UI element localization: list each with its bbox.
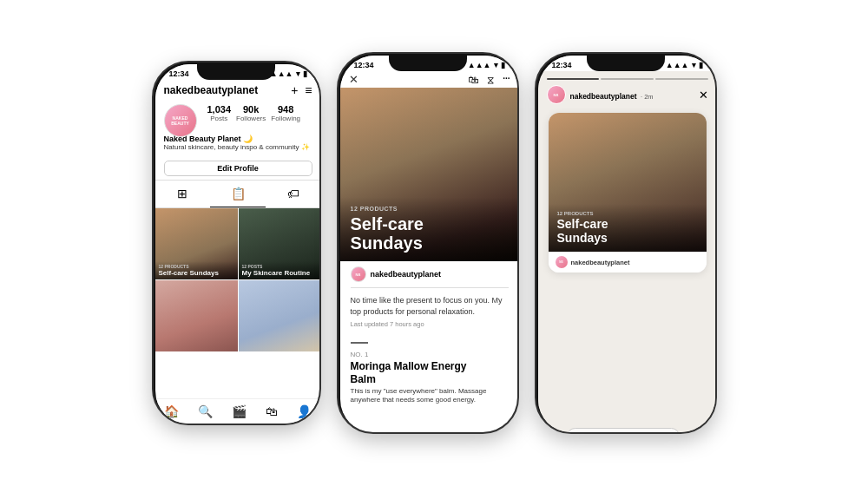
phone-profile: 12:34 ▲▲▲ ▾ ▮ nakedbeautyplanet + ≡ bbox=[152, 61, 321, 425]
time-1: 12:34 bbox=[169, 69, 189, 78]
guide-description: No time like the present to focus on you… bbox=[340, 288, 519, 335]
add-icon[interactable]: + bbox=[291, 83, 298, 97]
guide-badge: 12 PRODUCTS bbox=[351, 206, 509, 212]
story-message-input[interactable]: Send message bbox=[567, 428, 681, 434]
notch-2 bbox=[389, 54, 467, 71]
story-card-author: NB nakedbeautyplanet bbox=[549, 252, 707, 273]
tab-tagged[interactable]: 🏷 bbox=[266, 181, 321, 207]
status-icons-2: ▲▲▲ ▾ ▮ bbox=[468, 61, 505, 69]
grid-cell-4[interactable] bbox=[239, 280, 321, 351]
guide-author-name: nakedbeautyplanet bbox=[371, 270, 442, 279]
profile-top-icons: + ≡ bbox=[291, 83, 312, 97]
wifi-icon: ▾ bbox=[296, 69, 300, 78]
battery-icon: ▮ bbox=[303, 69, 307, 78]
edit-profile-button[interactable]: Edit Profile bbox=[164, 161, 312, 176]
story-card-overlay: 12 PRODUCTS Self-careSundays bbox=[549, 204, 707, 252]
nav-search[interactable]: 🔍 bbox=[198, 404, 213, 418]
guide-avatar[interactable]: NB bbox=[351, 266, 366, 282]
status-icons-3: ▲▲▲ ▾ ▮ bbox=[666, 61, 703, 69]
tab-grid[interactable]: ⊞ bbox=[155, 181, 211, 207]
story-close-button[interactable]: ✕ bbox=[699, 89, 708, 102]
grid-cell-1[interactable]: 12 PRODUCTS Self-care Sundays bbox=[155, 208, 238, 279]
guide-product-desc: This is my "use everywhere" balm. Massag… bbox=[351, 387, 509, 405]
grid-cell-2[interactable]: 12 POSTS My Skincare Routine bbox=[239, 208, 321, 279]
guide-more-icon[interactable]: ··· bbox=[503, 74, 510, 86]
menu-icon[interactable]: ≡ bbox=[305, 83, 312, 97]
guide-title: Self-careSundays bbox=[351, 214, 509, 253]
wifi-icon-3: ▾ bbox=[692, 61, 696, 69]
guide-hero-overlay: 12 PRODUCTS Self-careSundays bbox=[340, 197, 519, 261]
grid-overlay-1: 12 PRODUCTS Self-care Sundays bbox=[155, 261, 238, 280]
notch bbox=[197, 62, 275, 80]
battery-icon-3: ▮ bbox=[699, 61, 703, 69]
story-card[interactable]: 12 PRODUCTS Self-careSundays NB nakedbea… bbox=[549, 113, 707, 273]
battery-icon-2: ▮ bbox=[501, 61, 505, 69]
stat-following[interactable]: 948 Following bbox=[271, 104, 300, 122]
guide-product-number: NO. 1 bbox=[351, 351, 509, 358]
bottom-nav: 🏠 🔍 🎬 🛍 👤 bbox=[155, 398, 321, 424]
story-header: NB nakedbeautyplanet · 2m ✕ bbox=[538, 83, 717, 109]
profile-tabs: ⊞ 📋 🏷 bbox=[155, 180, 321, 208]
notch-3 bbox=[587, 54, 665, 71]
nav-profile[interactable]: 👤 bbox=[297, 404, 312, 418]
wifi-icon-2: ▾ bbox=[494, 61, 498, 69]
story-card-image: 12 PRODUCTS Self-careSundays bbox=[549, 113, 707, 252]
guide-updated: Last updated 7 hours ago bbox=[351, 320, 509, 328]
story-card-title: Self-careSundays bbox=[557, 218, 698, 245]
guide-author: NB nakedbeautyplanet bbox=[340, 261, 519, 287]
tab-guide[interactable]: 📋 bbox=[210, 181, 266, 207]
profile-info: Naked Beauty Planet 🌙 Natural skincare, … bbox=[155, 135, 321, 157]
guide-hero: 12 PRODUCTS Self-careSundays bbox=[340, 88, 519, 261]
guide-top-bar: ✕ 🛍 ⧖ ··· bbox=[340, 71, 519, 88]
story-user-details: nakedbeautyplanet · 2m bbox=[570, 87, 654, 102]
story-user-info[interactable]: NB nakedbeautyplanet · 2m bbox=[547, 85, 654, 104]
progress-bar-1 bbox=[547, 78, 600, 80]
profile-bio: Natural skincare, beauty inspo & communi… bbox=[164, 143, 312, 152]
signal-icon-3: ▲▲▲ bbox=[666, 61, 689, 69]
story-time-ago: 2m bbox=[644, 93, 653, 101]
signal-icon-2: ▲▲▲ bbox=[468, 61, 491, 69]
profile-username: nakedbeautyplanet bbox=[164, 84, 259, 96]
phone-story: 12:34 ▲▲▲ ▾ ▮ NB bbox=[535, 52, 717, 434]
story-avatar[interactable]: NB bbox=[547, 85, 566, 104]
nav-reels[interactable]: 🎬 bbox=[232, 404, 247, 418]
more-options-icon[interactable]: ··· bbox=[685, 430, 694, 435]
status-icons-1: ▲▲▲ ▾ ▮ bbox=[270, 69, 307, 78]
profile-area: nakedbeautyplanet + ≡ NAKEDBEAUTY 1,034 bbox=[155, 80, 321, 208]
time-2: 12:34 bbox=[354, 61, 374, 69]
progress-bar-2 bbox=[601, 78, 654, 80]
grid-cell-3[interactable] bbox=[155, 280, 238, 351]
guide-close-icon[interactable]: ✕ bbox=[349, 73, 358, 86]
guide-filter-icon[interactable]: ⧖ bbox=[487, 74, 494, 86]
story-username: nakedbeautyplanet bbox=[570, 92, 637, 101]
profile-grid: 12 PRODUCTS Self-care Sundays 12 POSTS M… bbox=[155, 208, 321, 351]
guide-product-1: NO. 1 Moringa Mallow EnergyBalm This is … bbox=[340, 351, 519, 405]
grid-overlay-2: 12 POSTS My Skincare Routine bbox=[239, 261, 321, 280]
progress-bar-3 bbox=[655, 78, 708, 80]
story-card-badge: 12 PRODUCTS bbox=[557, 211, 698, 216]
guide-desc-text: No time like the present to focus on you… bbox=[351, 295, 509, 317]
nav-home[interactable]: 🏠 bbox=[164, 404, 179, 418]
guide-action-icons: 🛍 ⧖ ··· bbox=[468, 74, 510, 86]
story-card-avatar: NB bbox=[556, 256, 568, 268]
story-progress-bars bbox=[538, 71, 717, 83]
stat-posts: 1,034 Posts bbox=[207, 104, 232, 122]
time-3: 12:34 bbox=[552, 61, 572, 69]
story-card-name: nakedbeautyplanet bbox=[571, 259, 630, 266]
send-icon[interactable]: ➤ bbox=[700, 430, 708, 435]
profile-top-bar: nakedbeautyplanet + ≡ bbox=[164, 83, 312, 97]
guide-separator bbox=[351, 342, 368, 344]
guide-bag-icon[interactable]: 🛍 bbox=[468, 74, 478, 86]
nav-shop[interactable]: 🛍 bbox=[266, 404, 278, 418]
story-screen: NB nakedbeautyplanet · 2m ✕ bbox=[538, 71, 717, 434]
profile-avatar[interactable]: NAKEDBEAUTY bbox=[164, 104, 197, 137]
guide-product-name: Moringa Mallow EnergyBalm bbox=[351, 360, 509, 385]
phone-guide: 12:34 ▲▲▲ ▾ ▮ ✕ 🛍 ⧖ ··· 12 PRODUCTS bbox=[337, 52, 519, 434]
story-bottom-bar: 📷 Send message ··· ➤ bbox=[538, 428, 717, 434]
profile-stats: 1,034 Posts 90k Followers 948 Following bbox=[207, 104, 301, 122]
profile-header: nakedbeautyplanet + ≡ NAKEDBEAUTY 1,034 bbox=[155, 80, 321, 135]
camera-icon[interactable]: 📷 bbox=[547, 430, 562, 435]
stat-followers[interactable]: 90k Followers bbox=[236, 104, 266, 122]
